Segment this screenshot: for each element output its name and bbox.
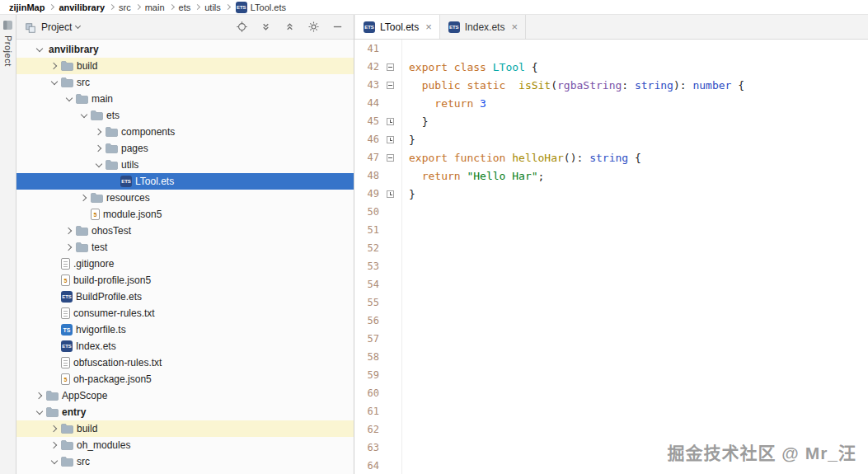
breadcrumb-item-zijinMap[interactable]: zijinMap	[7, 2, 47, 12]
code-text: export class LTool {	[402, 61, 538, 73]
tree-item-test[interactable]: test	[16, 239, 354, 256]
line-number: 41	[354, 43, 379, 54]
chevron-expanded-icon[interactable]	[50, 457, 57, 463]
code-line-52: 52	[354, 239, 868, 257]
tree-item-label: components	[121, 126, 175, 138]
chevron-expanded-icon[interactable]	[95, 160, 101, 167]
breadcrumb-item-utils[interactable]: utils	[202, 2, 223, 12]
tree-item-anvilibrary[interactable]: anvilibrary	[16, 41, 354, 58]
chevron-expanded-icon[interactable]	[35, 407, 42, 414]
tree-item-ets[interactable]: ets	[16, 107, 354, 124]
chevron-collapsed-icon[interactable]	[64, 228, 71, 234]
chevron-collapsed-icon[interactable]	[94, 129, 101, 135]
gutter: 62	[354, 420, 402, 439]
chevron-collapsed-icon[interactable]	[49, 63, 56, 69]
tree-item-oh-package.json5[interactable]: 5oh-package.json5	[16, 371, 354, 387]
fold-end-icon[interactable]	[387, 118, 394, 125]
project-tool-window-icon[interactable]	[2, 19, 13, 30]
line-number: 46	[354, 134, 379, 145]
tree-item-pages[interactable]: pages	[16, 140, 354, 157]
chevron-collapsed-icon[interactable]	[49, 442, 56, 448]
breadcrumb-item-main[interactable]: main	[143, 2, 167, 12]
tree-item-AppScope[interactable]: AppScope	[16, 387, 354, 404]
chevron-collapsed-icon[interactable]	[49, 425, 56, 432]
locate-icon[interactable]	[235, 21, 248, 34]
chevron-collapsed-icon[interactable]	[64, 244, 71, 251]
tree-item-label: src	[77, 77, 90, 88]
line-number: 56	[354, 315, 379, 326]
close-tab-icon[interactable]: ×	[511, 21, 518, 32]
hide-icon[interactable]	[331, 21, 344, 34]
tree-item-obfuscation-rules.txt[interactable]: obfuscation-rules.txt	[16, 354, 354, 371]
tree-item-label: oh-package.json5	[73, 373, 152, 385]
tree-item-consumer-rules.txt[interactable]: consumer-rules.txt	[16, 305, 354, 321]
line-number: 42	[354, 61, 379, 73]
code-text: public static isSit(rgbaString: string):…	[402, 79, 744, 92]
tree-item-label: hvigorfile.ts	[76, 324, 126, 336]
ets-file-icon: ETS	[448, 21, 460, 33]
tree-item-build-profile.json5[interactable]: 5build-profile.json5	[16, 272, 354, 289]
tree-item-module.json5[interactable]: 5module.json5	[16, 206, 354, 223]
chevron-expanded-icon[interactable]	[80, 110, 87, 117]
chevron-expanded-icon[interactable]	[35, 45, 42, 51]
breadcrumb-label: zijinMap	[9, 2, 45, 12]
tree-item-build[interactable]: build	[16, 58, 354, 74]
text-file-icon	[61, 307, 70, 319]
project-tool-button[interactable]: Project	[3, 35, 13, 67]
chevron-expanded-icon[interactable]	[65, 94, 72, 101]
tree-item-ohosTest[interactable]: ohosTest	[16, 223, 354, 239]
tree-item-label: oh_modules	[77, 439, 130, 451]
tree-item-label: build-profile.json5	[73, 275, 151, 286]
tree-item-src[interactable]: src	[16, 453, 354, 470]
tree-item-resources[interactable]: resources	[16, 190, 354, 206]
tree-item-oh_modules[interactable]: oh_modules	[16, 437, 354, 453]
fold-collapse-icon[interactable]	[387, 154, 394, 162]
chevron-collapsed-icon[interactable]	[35, 392, 41, 399]
editor-body[interactable]: 4142export class LTool {43 public static…	[354, 40, 868, 474]
tree-item-Index.ets[interactable]: ETSIndex.ets	[16, 338, 354, 354]
fold-end-icon[interactable]	[387, 136, 394, 143]
tree-item-label: ohosTest	[91, 225, 131, 237]
tree-item-main[interactable]: main	[16, 91, 354, 107]
line-number: 51	[354, 224, 379, 236]
breadcrumb-label: anvilibrary	[59, 2, 105, 12]
tree-item-label: build	[77, 60, 97, 72]
fold-collapse-icon[interactable]	[387, 63, 394, 71]
line-number: 60	[354, 387, 379, 399]
tree-item-entry[interactable]: entry	[16, 404, 354, 420]
tree-item-.gitignore[interactable]: .gitignore	[16, 256, 354, 272]
collapse-all-icon[interactable]	[283, 21, 296, 34]
tree-item-label: build	[77, 423, 97, 434]
breadcrumb-item-src[interactable]: src	[116, 2, 134, 12]
tree-item-src[interactable]: src	[16, 74, 354, 91]
tree-item-BuildProfile.ets[interactable]: ETSBuildProfile.ets	[16, 289, 354, 305]
tree-item-components[interactable]: components	[16, 124, 354, 140]
folder-icon	[46, 391, 59, 401]
folder-icon	[91, 193, 103, 203]
code-text: return "Hello Har";	[402, 170, 544, 182]
tree-item-hvigorfile.ts[interactable]: TShvigorfile.ts	[16, 321, 354, 338]
fold-collapse-icon[interactable]	[387, 82, 394, 89]
tree-item-label: anvilibrary	[49, 44, 99, 55]
code-text: }	[402, 115, 428, 128]
expand-all-icon[interactable]	[259, 21, 272, 34]
chevron-collapsed-icon[interactable]	[94, 145, 101, 152]
code-line-48: 48 return "Hello Har";	[354, 167, 868, 185]
chevron-right-icon	[169, 4, 175, 10]
breadcrumb-item-LTool.ets[interactable]: ETSLTool.ets	[232, 2, 289, 13]
fold-end-icon[interactable]	[387, 190, 394, 198]
tree-item-LTool.ets[interactable]: ETSLTool.ets	[16, 173, 354, 190]
tree-item-build[interactable]: build	[16, 420, 354, 437]
settings-icon[interactable]	[307, 21, 320, 34]
project-view-selector[interactable]: Project	[25, 21, 80, 33]
tree-item-utils[interactable]: utils	[16, 157, 354, 173]
close-tab-icon[interactable]: ×	[425, 21, 432, 32]
breadcrumb-item-ets[interactable]: ets	[176, 2, 194, 12]
chevron-expanded-icon[interactable]	[50, 77, 57, 84]
breadcrumb-item-anvilibrary[interactable]: anvilibrary	[56, 2, 107, 12]
chevron-right-icon	[49, 4, 54, 10]
editor-tab-LTool.ets[interactable]: ETSLTool.ets×	[355, 15, 440, 39]
tab-label: Index.ets	[465, 21, 505, 33]
chevron-collapsed-icon[interactable]	[79, 195, 86, 201]
editor-tab-Index.ets[interactable]: ETSIndex.ets×	[440, 15, 526, 39]
